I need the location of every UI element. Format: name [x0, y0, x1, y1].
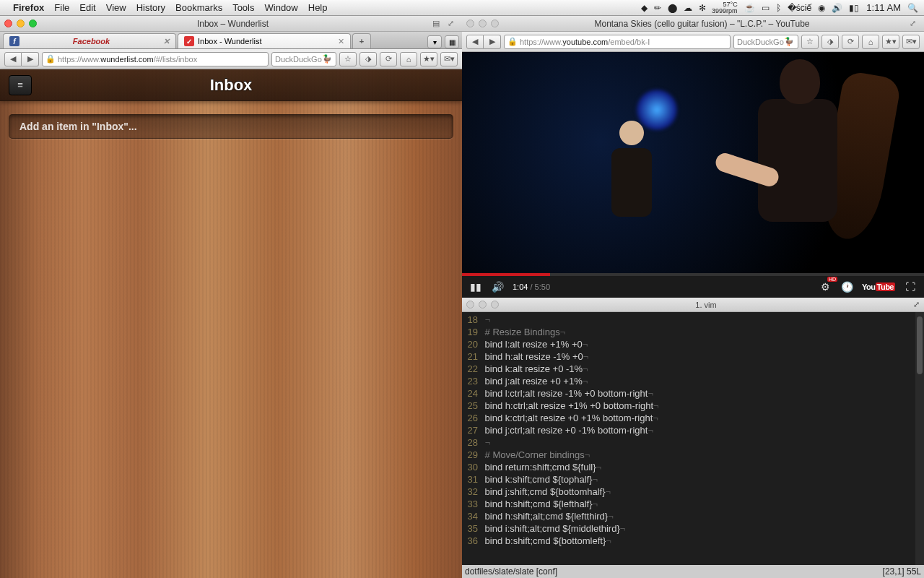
window-title: Inbox – Wunderlist: [37, 19, 429, 29]
pause-button[interactable]: ▮▮: [469, 281, 482, 293]
status-wifi-icon[interactable]: �ściế: [788, 3, 812, 13]
pocket-icon[interactable]: ⬗: [821, 35, 839, 49]
code-line: 36 bind b:shift;cmd ${bottomleft}¬: [462, 535, 915, 547]
code-line: 31 bind k:shift;cmd ${tophalf}¬: [462, 473, 915, 486]
fullscreen-icon[interactable]: ⤢: [905, 19, 920, 28]
code-line: 35 bind i:shift;alt;cmd ${middlethird}¬: [462, 522, 915, 535]
url-bar[interactable]: 🔒 https://www.youtube.com/embed/bk-I: [504, 35, 731, 49]
window-toolbar-icon[interactable]: ▤: [429, 19, 443, 28]
tab-label: Facebook: [23, 37, 160, 46]
status-caffeine-icon[interactable]: ☕: [744, 3, 755, 13]
zoom-window-button[interactable]: [491, 301, 499, 309]
reload-icon[interactable]: ⟳: [380, 52, 397, 66]
menu-history[interactable]: History: [136, 2, 165, 13]
watch-later-icon[interactable]: 🕐: [840, 281, 853, 293]
terminal-title: 1. vim: [499, 301, 913, 309]
code-line: 25 bind h:ctrl;alt resize +1% +0 bottom-…: [462, 400, 915, 412]
settings-gear-icon[interactable]: ⚙: [819, 281, 832, 293]
terminal-scrollbar[interactable]: [915, 312, 924, 565]
browser-tabbar: f Facebook ✕ ✓ Inbox - Wunderlist ✕ + ▾ …: [0, 32, 462, 49]
traffic-lights: [4, 20, 37, 27]
search-box[interactable]: DuckDuckGo🦆: [733, 35, 798, 49]
minimize-window-button[interactable]: [479, 20, 487, 27]
volume-icon[interactable]: 🔊: [491, 281, 504, 293]
menu-file[interactable]: File: [54, 2, 69, 13]
video-frame: [462, 52, 924, 276]
menu-tools[interactable]: Tools: [232, 2, 254, 13]
code-line: 22 bind k:alt resize +0 -1%¬: [462, 363, 915, 375]
terminal-window: 1. vim ⤢ 18 ¬19 # Resize Bindings¬20 bin…: [462, 298, 924, 578]
status-bluetooth-icon[interactable]: ᛒ: [776, 3, 781, 13]
status-cloud-icon[interactable]: ☁: [684, 3, 692, 13]
zoom-window-button[interactable]: [29, 20, 37, 27]
status-script-icon[interactable]: ✏: [654, 3, 661, 13]
back-button[interactable]: ◀: [4, 52, 22, 66]
forward-button[interactable]: ▶: [484, 35, 501, 49]
home-icon[interactable]: ⌂: [862, 35, 879, 49]
tab-close-icon[interactable]: ✕: [338, 37, 344, 46]
code-line: 33 bind h:shift;cmd ${lefthalf}¬: [462, 498, 915, 510]
bookmarks-menu-icon[interactable]: ★▾: [882, 35, 899, 49]
menu-edit[interactable]: Edit: [79, 2, 95, 13]
pocket-icon[interactable]: ⬗: [359, 52, 377, 66]
tab-groups-icon[interactable]: ▦: [445, 35, 459, 48]
forward-button[interactable]: ▶: [22, 52, 39, 66]
lock-icon: 🔒: [45, 54, 56, 64]
browser-navbar: ◀ ▶ 🔒 https://www.wunderlist.com/#/lists…: [0, 49, 462, 69]
downloads-icon[interactable]: ✉▾: [902, 35, 920, 49]
bookmarks-menu-icon[interactable]: ★▾: [420, 52, 437, 66]
code-line: 23 bind j:alt resize +0 +1%¬: [462, 375, 915, 387]
window-titlebar[interactable]: Montana Skies (cello guitar fusion) – "L…: [462, 16, 924, 32]
terminal-content[interactable]: 18 ¬19 # Resize Bindings¬20 bind l:alt r…: [462, 312, 915, 565]
hamburger-menu-button[interactable]: ≡: [9, 75, 32, 95]
firefox-window-right: Montana Skies (cello guitar fusion) – "L…: [462, 16, 924, 298]
menu-bookmarks[interactable]: Bookmarks: [175, 2, 222, 13]
fullscreen-icon[interactable]: ⤢: [443, 19, 458, 28]
new-tab-button[interactable]: +: [352, 33, 371, 48]
window-title: Montana Skies (cello guitar fusion) – "L…: [499, 19, 905, 29]
bookmark-star-icon[interactable]: ☆: [339, 52, 357, 66]
search-box[interactable]: DuckDuckGo🦆: [271, 52, 336, 66]
youtube-player[interactable]: [462, 52, 924, 276]
tab-facebook[interactable]: f Facebook ✕: [3, 33, 176, 48]
fullscreen-icon[interactable]: ⤢: [913, 300, 920, 309]
home-icon[interactable]: ⌂: [400, 52, 417, 66]
wunderlist-app: ≡ Inbox Add an item in "Inbox"...: [0, 69, 462, 578]
url-bar[interactable]: 🔒 https://www.wunderlist.com/#/lists/inb…: [42, 52, 269, 66]
menu-help[interactable]: Help: [308, 2, 328, 13]
reload-icon[interactable]: ⟳: [842, 35, 859, 49]
menu-window[interactable]: Window: [265, 2, 298, 13]
status-hat-icon[interactable]: ⬤: [668, 3, 677, 13]
close-window-button[interactable]: [466, 301, 474, 309]
list-tabs-icon[interactable]: ▾: [427, 35, 442, 48]
youtube-logo-icon[interactable]: YouTube: [862, 282, 895, 291]
minimize-window-button[interactable]: [17, 20, 25, 27]
facebook-icon: f: [9, 36, 19, 46]
status-battery-icon[interactable]: ▮▯: [849, 3, 859, 13]
downloads-icon[interactable]: ✉▾: [440, 52, 458, 66]
tab-close-icon[interactable]: ✕: [163, 37, 170, 46]
menubar-app-name[interactable]: Firefox: [13, 2, 44, 13]
status-display-icon[interactable]: ▭: [762, 3, 770, 13]
menu-view[interactable]: View: [106, 2, 126, 13]
menubar-clock[interactable]: 1:11 AM: [866, 2, 901, 13]
zoom-window-button[interactable]: [491, 20, 499, 27]
status-dropbox-icon[interactable]: ◆: [641, 3, 648, 13]
fullscreen-icon[interactable]: ⛶: [904, 281, 917, 293]
window-titlebar[interactable]: 1. vim ⤢: [462, 298, 924, 312]
bookmark-star-icon[interactable]: ☆: [801, 35, 819, 49]
close-window-button[interactable]: [4, 20, 12, 27]
window-titlebar[interactable]: Inbox – Wunderlist ▤ ⤢: [0, 16, 462, 32]
close-window-button[interactable]: [466, 20, 474, 27]
vim-cursor-pos: [23,1] 55L: [883, 566, 921, 577]
status-volume-icon[interactable]: 🔊: [832, 3, 842, 13]
code-line: 29 # Move/Corner bindings¬: [462, 449, 915, 461]
code-line: 19 # Resize Bindings¬: [462, 326, 915, 338]
status-wifi-icon[interactable]: ◉: [818, 3, 825, 13]
tab-wunderlist[interactable]: ✓ Inbox - Wunderlist ✕: [178, 33, 351, 48]
back-button[interactable]: ◀: [466, 35, 484, 49]
add-item-input[interactable]: Add an item in "Inbox"...: [9, 114, 453, 139]
minimize-window-button[interactable]: [479, 301, 487, 309]
status-fan-icon[interactable]: ✻: [699, 3, 706, 13]
spotlight-icon[interactable]: 🔍: [907, 3, 918, 13]
